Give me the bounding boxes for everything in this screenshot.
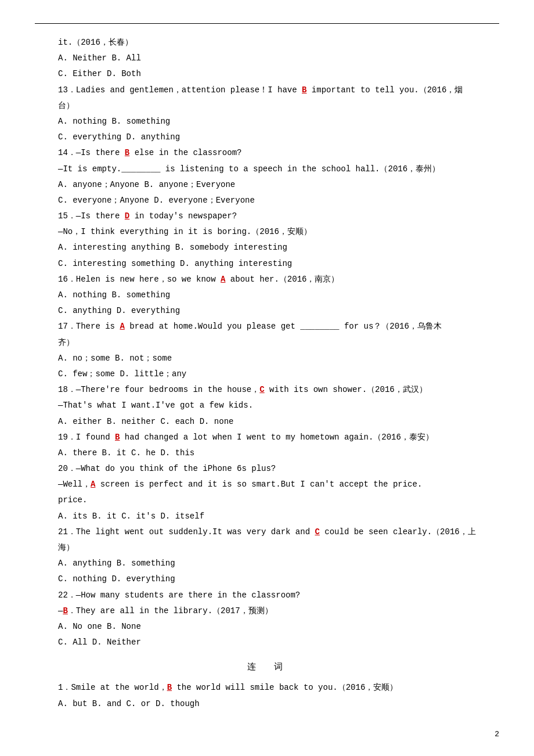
q22-suffix: ．They are all in the library.（2017，预测）	[68, 606, 273, 615]
q19-text: 19．I found B had changed a lot when I we…	[35, 430, 499, 445]
q17-answer: A	[120, 322, 124, 331]
q17-text: 17．There is A bread at home.Would you pl…	[35, 319, 499, 334]
q21-a1: A. anything B. something	[35, 556, 499, 571]
q13-prefix: 13．Ladies and gentlemen，attention please…	[58, 85, 302, 95]
q15-suffix: in today's newspaper?	[129, 211, 237, 221]
q16-text: 16．Helen is new here，so we know A about …	[35, 272, 499, 287]
s2-q1-answer: B	[167, 683, 172, 692]
q16-a1: A. nothing B. something	[35, 288, 499, 303]
q15-line2: —No，I think everything in it is boring.（…	[35, 225, 499, 239]
q15-a1: A. interesting anything B. somebody inte…	[35, 240, 499, 255]
q14-answer: B	[125, 148, 129, 157]
s2-q1-prefix: 1．Smile at the world，	[58, 683, 167, 692]
q22-a2: C. All D. Neither	[35, 635, 499, 650]
s2-q1-options: A. but B. and C. or D. though	[35, 697, 499, 711]
q20-line2: —Well，A screen is perfect and it is so s…	[35, 477, 499, 492]
q20-suffix: screen is perfect and it is so smart.But…	[95, 480, 422, 489]
q19-a1: A. there B. it C. he D. this	[35, 446, 499, 460]
q13-a1: A. nothing B. something	[35, 114, 499, 129]
q15-a2: C. interesting something D. anything int…	[35, 257, 499, 271]
q16-prefix: 16．Helen is new here，so we know	[58, 275, 221, 284]
q14-prefix: 14．—Is there	[58, 148, 125, 157]
top-divider	[35, 23, 499, 24]
q13-a2: C. everything D. anything	[35, 130, 499, 145]
q20-continuation: price.	[35, 493, 499, 507]
q19-prefix: 19．I found	[58, 433, 115, 442]
q18-answer: C	[259, 385, 264, 394]
q22-text: 22．—How many students are there in the c…	[35, 588, 499, 603]
q17-suffix: bread at home.Would you please get _____…	[125, 322, 442, 331]
s2-q1-text: 1．Smile at the world，B the world will sm…	[35, 681, 499, 695]
q14-a2: C. everyone；Anyone D. everyone；Everyone	[35, 193, 499, 208]
q14-suffix: else in the classroom?	[129, 148, 241, 157]
page-number: 2	[495, 730, 499, 739]
it-line: it.（2016，长春）	[35, 35, 499, 50]
q20-text: 20．—What do you think of the iPhone 6s p…	[35, 462, 499, 476]
q18-a1: A. either B. neither C. each D. none	[35, 415, 499, 429]
q18-line2: —That's what I want.I've got a few kids.	[35, 398, 499, 413]
q15-prefix: 15．—Is there	[58, 211, 125, 221]
q21-suffix: could be seen clearly.（2016，上	[320, 527, 476, 537]
q21-text: 21．The light went out suddenly.It was ve…	[35, 525, 499, 539]
q15-answer: D	[125, 211, 129, 221]
q15-text: 15．—Is there D in today's newspaper?	[35, 209, 499, 224]
q13-continuation: 台）	[35, 99, 499, 113]
main-content: it.（2016，长春） A. Neither B. All C. Either…	[35, 35, 499, 711]
q20-a1: A. its B. it C. it's D. itself	[35, 509, 499, 524]
section-title-conjunctions: 连 词	[35, 659, 499, 675]
q17-a1: A. no；some B. not；some	[35, 351, 499, 366]
q17-continuation: 齐）	[35, 336, 499, 350]
q16-suffix: about her.（2016，南京）	[225, 275, 339, 284]
q13-text: 13．Ladies and gentlemen，attention please…	[35, 83, 499, 98]
q22-answer: B	[63, 606, 67, 615]
q17-prefix: 17．There is	[58, 322, 120, 331]
q21-prefix: 21．The light went out suddenly.It was ve…	[58, 527, 315, 537]
q22-a1: A. No one B. None	[35, 620, 499, 634]
q22-line2: —B．They are all in the library.（2017，预测）	[35, 604, 499, 618]
q13-suffix: important to tell you.（2016，烟	[306, 85, 463, 95]
q14-a1: A. anyone；Anyone B. anyone；Everyone	[35, 178, 499, 192]
q14-line2: —It is empty.________ is listening to a …	[35, 162, 499, 177]
q19-suffix: had changed a lot when I went to my home…	[120, 433, 433, 442]
q14-text: 14．—Is there B else in the classroom?	[35, 146, 499, 160]
s2-q1-suffix: the world will smile back to you.（2016，安…	[172, 683, 398, 692]
q-options-a1: A. Neither B. All	[35, 51, 499, 66]
q20-prefix: —Well，	[58, 480, 91, 489]
q21-continuation: 海）	[35, 541, 499, 555]
q17-a2: C. few；some D. little；any	[35, 367, 499, 381]
q18-prefix: 18．—There're four bedrooms in the house，	[58, 385, 259, 394]
q18-suffix: with its own shower.（2016，武汉）	[265, 385, 427, 394]
q18-text: 18．—There're four bedrooms in the house，…	[35, 383, 499, 397]
q21-a2: C. nothing D. everything	[35, 572, 499, 586]
q-options-a2: C. Either D. Both	[35, 67, 499, 81]
q16-a2: C. anything D. everything	[35, 304, 499, 318]
q21-answer: C	[315, 527, 319, 537]
